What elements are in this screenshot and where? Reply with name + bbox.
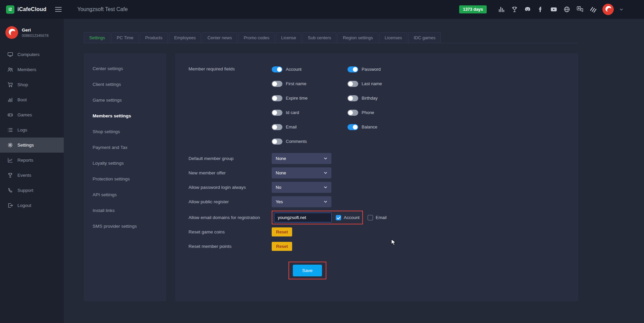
- boot-icon: [7, 97, 13, 103]
- toggle-id-card[interactable]: [272, 110, 282, 116]
- toggle-password[interactable]: [347, 66, 358, 72]
- members-icon: [7, 67, 13, 72]
- email-domains-input[interactable]: [274, 213, 332, 222]
- new-member-offer-select[interactable]: None: [272, 167, 331, 178]
- reset-member-points-button[interactable]: Reset: [272, 242, 292, 251]
- brand-logo[interactable]: i2 iCafeCloud: [0, 5, 46, 14]
- discord-icon[interactable]: [524, 6, 531, 13]
- sidebar-user-avatar: [5, 26, 18, 39]
- annotation-box-save: Save: [288, 262, 326, 279]
- tab-employees[interactable]: Employees: [169, 32, 201, 43]
- user-name: Geri: [22, 28, 49, 33]
- settings-nav-item-center-settings[interactable]: Center settings: [84, 61, 166, 76]
- translate-icon[interactable]: [576, 6, 584, 13]
- toggle-expire-time[interactable]: [272, 95, 282, 101]
- page-title: Youngzsoft Test Cafe: [77, 6, 127, 12]
- sidebar-item-computers[interactable]: Computers: [0, 47, 64, 62]
- tab-settings[interactable]: Settings: [84, 32, 110, 43]
- sidebar-item-events[interactable]: Events: [0, 168, 64, 183]
- tab-pc-time[interactable]: PC Time: [111, 32, 139, 43]
- topbar-actions: 1373 days: [459, 4, 644, 15]
- sidebar-user-card[interactable]: Geri 0086012345678: [0, 19, 64, 47]
- chevron-down-icon: [324, 201, 327, 203]
- settings-nav-item-install-links[interactable]: Install links: [84, 203, 166, 218]
- tab-idc-games[interactable]: IDC games: [408, 32, 441, 43]
- settings-nav-item-api-settings[interactable]: API settings: [84, 187, 166, 203]
- toggle-comments[interactable]: [272, 139, 282, 145]
- sidebar-item-games[interactable]: Games: [0, 107, 64, 122]
- chevron-down-icon: [324, 157, 327, 160]
- settings-nav-item-members-settings[interactable]: Members settings: [84, 108, 166, 124]
- email-checkbox[interactable]: [368, 215, 373, 220]
- default-member-group-select[interactable]: None: [272, 153, 331, 164]
- email-checkbox-wrap: Email: [368, 215, 387, 220]
- settings-nav-item-payment-and-tax[interactable]: Payment and Tax: [84, 140, 166, 155]
- account-checkbox[interactable]: [336, 215, 341, 220]
- account-checkbox-wrap: Account: [336, 215, 360, 220]
- sidebar-item-support[interactable]: Support: [0, 183, 64, 198]
- tab-bar: Settings PC Time Products Employees Cent…: [84, 32, 578, 43]
- chevron-down-icon: [324, 172, 327, 174]
- settings-nav-item-sms-provider-settings[interactable]: SMS provider settings: [84, 218, 166, 234]
- tab-region-settings[interactable]: Region settings: [337, 32, 378, 43]
- tab-promo-codes[interactable]: Promo codes: [238, 32, 275, 43]
- events-trophy-icon: [7, 172, 13, 178]
- member-required-fields-label: Member required fields: [189, 62, 272, 71]
- shop-cart-icon: [7, 82, 13, 88]
- main-content: Settings PC Time Products Employees Cent…: [64, 0, 644, 301]
- required-fields-toggle-grid: Account Password First name Last name Ex…: [272, 62, 423, 149]
- reports-chart-icon: [7, 157, 13, 163]
- settings-nav-item-game-settings[interactable]: Game settings: [84, 92, 166, 108]
- user-avatar[interactable]: [602, 4, 614, 15]
- members-settings-form: Member required fields Account Password …: [175, 53, 578, 301]
- sidebar-item-reports[interactable]: Reports: [0, 153, 64, 168]
- brand-text: iCafeCloud: [17, 6, 46, 12]
- settings-nav-item-client-settings[interactable]: Client settings: [84, 76, 166, 92]
- settings-nav-panel: Center settings Client settings Game set…: [84, 53, 166, 301]
- hamburger-menu-icon[interactable]: [55, 7, 62, 12]
- globe-icon[interactable]: [563, 6, 571, 13]
- toggle-email[interactable]: [272, 124, 282, 130]
- toggle-phone[interactable]: [347, 110, 358, 116]
- tab-sub-centers[interactable]: Sub centers: [303, 32, 336, 43]
- toggle-first-name[interactable]: [272, 81, 282, 87]
- toggle-account[interactable]: [272, 66, 282, 72]
- settings-nav-item-loyalty-settings[interactable]: Loyalty settings: [84, 155, 166, 171]
- sidebar-item-members[interactable]: Members: [0, 62, 64, 77]
- toggle-balance[interactable]: [347, 124, 358, 130]
- settings-gear-icon: [7, 142, 13, 148]
- layers-icon[interactable]: [589, 6, 597, 13]
- tab-center-news[interactable]: Center news: [202, 32, 237, 43]
- topbar: i2 iCafeCloud Youngzsoft Test Cafe 1373 …: [0, 0, 644, 19]
- youtube-icon[interactable]: [550, 6, 557, 13]
- tab-products[interactable]: Products: [140, 32, 168, 43]
- annotation-box-email-domains: Account: [272, 211, 363, 224]
- logout-icon: [7, 203, 13, 208]
- computers-icon: [7, 52, 13, 57]
- user-phone: 0086012345678: [22, 34, 49, 38]
- logs-list-icon: [7, 127, 13, 133]
- chevron-down-icon[interactable]: [620, 8, 623, 11]
- sidebar-item-logout[interactable]: Logout: [0, 198, 64, 213]
- brand-icon: i2: [6, 5, 14, 14]
- stats-icon[interactable]: [498, 6, 505, 13]
- facebook-icon[interactable]: [537, 6, 544, 13]
- sidebar-item-shop[interactable]: Shop: [0, 77, 64, 92]
- support-phone-icon: [7, 187, 13, 193]
- trophy-icon[interactable]: [511, 6, 518, 13]
- reset-game-coins-button[interactable]: Reset: [272, 227, 292, 236]
- sidebar-item-logs[interactable]: Logs: [0, 122, 64, 138]
- settings-nav-item-shop-settings[interactable]: Shop settings: [84, 124, 166, 140]
- sidebar-item-settings[interactable]: Settings: [0, 138, 64, 153]
- tab-license[interactable]: License: [276, 32, 302, 43]
- sidebar-item-boot[interactable]: Boot: [0, 92, 64, 107]
- toggle-birthday[interactable]: [347, 95, 358, 101]
- save-button[interactable]: Save: [293, 265, 322, 276]
- allow-public-register-select[interactable]: Yes: [272, 196, 331, 207]
- allow-password-login-always-select[interactable]: No: [272, 182, 331, 193]
- toggle-last-name[interactable]: [347, 81, 358, 87]
- license-days-badge[interactable]: 1373 days: [459, 5, 487, 13]
- tab-licenses[interactable]: Licenses: [379, 32, 407, 43]
- settings-nav-item-protection-settings[interactable]: Protection settings: [84, 171, 166, 187]
- chevron-down-icon: [324, 186, 327, 189]
